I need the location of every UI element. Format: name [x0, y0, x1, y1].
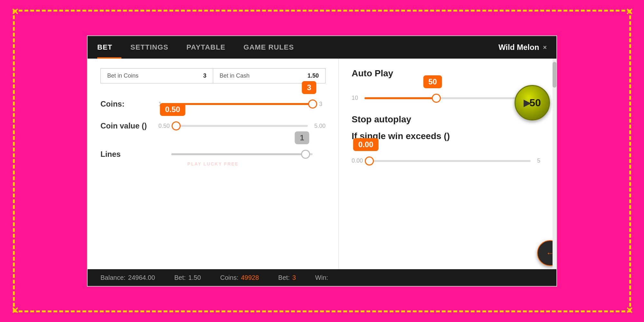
coin-value-min: 0.50 [158, 123, 170, 129]
autoplay-bubble: 50 [423, 75, 442, 88]
tab-bet[interactable]: BET [97, 36, 121, 59]
coin-value-slider-track: 0.50 [176, 125, 308, 127]
coin-value-label: Coin value () [100, 121, 152, 130]
coins-status-label: Coins: [220, 274, 239, 281]
close-button[interactable]: × [543, 44, 547, 51]
content-area: Bet in Coins 3 Bet in Cash 1.50 Coins: 1 [88, 59, 556, 269]
win-label: Win: [315, 274, 328, 281]
coin-value-slider-thumb[interactable]: 0.50 [172, 121, 181, 130]
coins-label: Coins: [100, 99, 152, 109]
left-panel: Bet in Coins 3 Bet in Cash 1.50 Coins: 1 [88, 59, 339, 269]
corner-tl: ✕ [8, 5, 21, 18]
bet-in-cash-label: Bet in Cash [220, 72, 250, 79]
lines-slider-track: 1 [171, 153, 313, 155]
win-item: Win: [315, 274, 331, 281]
coins-status-value: 49928 [241, 274, 259, 281]
single-win-max: 5 [537, 157, 544, 164]
game-title: Wild Melon [498, 43, 539, 52]
right-panel: Auto Play 10 50 100 [339, 59, 556, 269]
corner-bl: ✕ [8, 304, 21, 317]
autoplay-slider-fill [365, 97, 436, 99]
single-win-slider-track: 0.00 [369, 160, 531, 162]
outer-border: ✕ ✕ ✕ ✕ BET SETTINGS PAYTABLE GAME RULES… [13, 10, 631, 312]
lines-bubble: 1 [295, 131, 309, 144]
autoplay-min: 10 [352, 95, 358, 101]
bet-label: Bet: [174, 274, 186, 281]
autoplay-slider-thumb[interactable]: 50 [432, 94, 441, 103]
nav-title: Wild Melon × [498, 43, 547, 52]
lines-slider-track-container[interactable]: 1 [171, 153, 313, 156]
coins-slider-section: Coins: 1 3 3 [100, 99, 326, 109]
coin-value-bubble: 0.50 [160, 103, 185, 116]
bet-in-cash-value: 1.50 [308, 72, 319, 79]
lines-label: Lines [100, 150, 152, 159]
autoplay-section: Auto Play 10 50 100 [352, 68, 544, 101]
single-win-slider-row: 0.00 0.00 5 [352, 157, 544, 164]
coins-max: 3 [319, 101, 326, 108]
nav-bar: BET SETTINGS PAYTABLE GAME RULES Wild Me… [88, 36, 556, 59]
coins-slider-row: Coins: 1 3 3 [100, 99, 326, 109]
lines-slider-section: Lines 1 [100, 150, 326, 159]
bet-in-coins-label: Bet in Coins [107, 72, 138, 79]
coins-bubble: 3 [302, 81, 316, 94]
coin-value-slider-section: Coin value () 0.50 0.50 5.00 [100, 121, 326, 130]
corner-tr: ✕ [623, 5, 636, 18]
bet-in-coins-box: Bet in Coins 3 [100, 68, 213, 83]
stop-autoplay-title: Stop autoplay [352, 114, 544, 125]
scrollbar-thumb[interactable] [553, 62, 556, 88]
watermark: PLAY LUCKY FREE [187, 161, 239, 166]
coins-slider-fill [171, 103, 313, 105]
coins-slider-track: 3 [171, 103, 313, 105]
autoplay-circle-button[interactable]: ▶ 50 [515, 85, 550, 120]
bet-item: Bet: 1.50 [174, 274, 201, 281]
coins-slider-thumb[interactable]: 3 [308, 99, 317, 109]
lines-slider-thumb[interactable]: 1 [301, 150, 310, 159]
single-win-bubble: 0.00 [353, 138, 379, 151]
circle-btn-value: 50 [529, 97, 541, 109]
coins-slider-track-container[interactable]: 3 [171, 103, 313, 105]
autoplay-title: Auto Play [352, 68, 544, 79]
autoplay-slider-track: 50 [365, 97, 527, 99]
balance-label: Balance: [100, 274, 126, 281]
coin-value-max: 5.00 [314, 123, 326, 129]
single-win-slider-track-container[interactable]: 0.00 [369, 160, 531, 162]
lines-slider-row: Lines 1 [100, 150, 326, 159]
autoplay-slider-track-container[interactable]: 50 [365, 97, 527, 99]
single-win-slider-thumb[interactable]: 0.00 [365, 156, 374, 166]
bet-value: 1.50 [188, 274, 201, 281]
coin-value-slider-track-container[interactable]: 0.50 [176, 125, 308, 127]
single-win-section: If single win exceeds () 0.00 0.00 5 [352, 131, 544, 164]
stop-autoplay-section: Stop autoplay [352, 114, 544, 125]
bet-info-row: Bet in Coins 3 Bet in Cash 1.50 [100, 68, 326, 83]
tab-settings[interactable]: SETTINGS [121, 36, 177, 59]
bet2-value: 3 [292, 274, 296, 281]
nav-tabs: BET SETTINGS PAYTABLE GAME RULES [97, 36, 303, 59]
status-bar: Balance: 24964.00 Bet: 1.50 Coins: 49928… [88, 269, 556, 286]
scrollbar[interactable] [553, 59, 556, 269]
main-window: BET SETTINGS PAYTABLE GAME RULES Wild Me… [87, 35, 557, 287]
coins-item: Coins: 49928 [220, 274, 259, 281]
autoplay-slider-row: 10 50 100 ▶ [352, 95, 544, 101]
single-win-title: If single win exceeds () [352, 131, 544, 141]
balance-item: Balance: 24964.00 [100, 274, 155, 281]
balance-value: 24964.00 [128, 274, 155, 281]
tab-game-rules[interactable]: GAME RULES [234, 36, 303, 59]
bet2-item: Bet: 3 [278, 274, 296, 281]
tab-paytable[interactable]: PAYTABLE [177, 36, 234, 59]
lines-slider-fill [171, 153, 306, 155]
bet2-label: Bet: [278, 274, 290, 281]
corner-br: ✕ [623, 304, 636, 317]
single-win-min: 0.00 [352, 157, 363, 164]
bet-in-coins-value: 3 [203, 72, 206, 79]
coin-value-slider-row: Coin value () 0.50 0.50 5.00 [100, 121, 326, 130]
